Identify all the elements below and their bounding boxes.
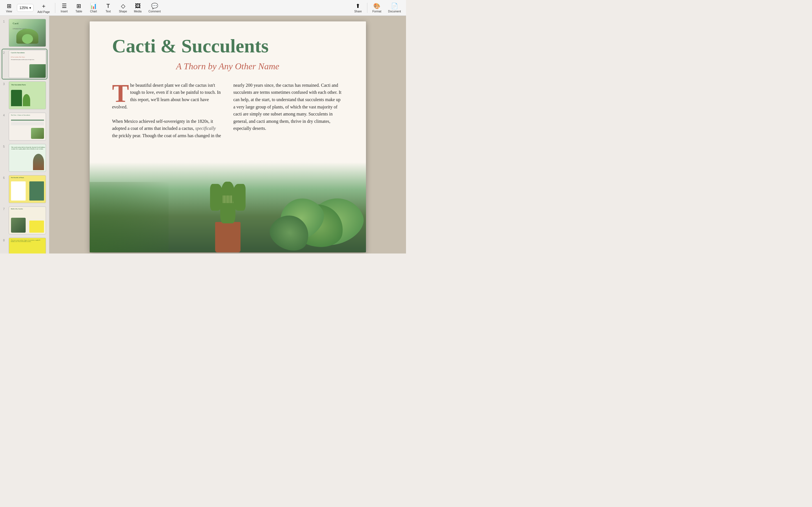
slide-preview-2: Cacti & Succulents A Thorn by Any Other … <box>9 50 46 78</box>
right-column: nearly 200 years since, the cactus has r… <box>234 82 343 139</box>
slide6-title: The Benefits of Plants <box>11 177 24 178</box>
cactus-pot <box>202 176 253 252</box>
toolbar-separator-2 <box>367 3 367 13</box>
text-button[interactable]: T Text <box>101 1 115 15</box>
slide8-text: There are a vast number of types of succ… <box>11 239 44 242</box>
shape-icon: ◇ <box>121 3 125 9</box>
slide-num-8: 8 <box>3 238 7 242</box>
page-subtitle: A Thorn by Any Other Name <box>112 61 343 71</box>
format-icon: 🎨 <box>373 3 380 9</box>
view-label: View <box>6 10 12 13</box>
drop-cap-letter: T <box>112 84 129 103</box>
toolbar-separator-1 <box>55 3 55 13</box>
succulent-right <box>248 168 366 252</box>
format-button[interactable]: 🎨 Format <box>370 1 384 15</box>
plant-background <box>90 162 366 252</box>
slide2-image <box>29 64 46 78</box>
shape-button[interactable]: ◇ Shape <box>116 1 130 15</box>
slide-thumb-8[interactable]: 8 There are a vast number of types of su… <box>2 237 47 253</box>
doc-content: Cacti & Succulents A Thorn by Any Other … <box>90 21 366 151</box>
slide1-title: Cacti <box>13 22 18 25</box>
chart-button[interactable]: 📊 Chart <box>87 1 100 15</box>
slide-preview-3: The Succulent Parts <box>9 81 46 109</box>
slide-thumb-2[interactable]: 2 Cacti & Succulents A Thorn by Any Othe… <box>2 49 47 79</box>
slide-preview-4: The Past + Future of Succulents <box>9 113 46 140</box>
slide-thumb-4[interactable]: 4 The Past + Future of Succulents <box>2 112 47 142</box>
text-label: Text <box>105 10 110 13</box>
slide-thumb-6[interactable]: 6 The Benefits of Plants <box>2 174 47 204</box>
slide-thumb-1[interactable]: 1 Cacti A Prickle-Free Lesson <box>2 18 47 48</box>
page-title: Cacti & Succulents <box>112 36 343 57</box>
slide-num-6: 6 <box>3 175 7 179</box>
slide2-sub: A Thorn by Any Other Name <box>11 56 25 58</box>
slide-num-5: 5 <box>3 144 7 148</box>
media-button[interactable]: 🖼 Media <box>131 1 145 15</box>
zoom-value: 125% <box>19 6 28 10</box>
italic-text: specifically <box>195 126 216 131</box>
document-label: Document <box>388 10 401 13</box>
share-icon: ⬆ <box>356 3 360 9</box>
sidebar: 1 Cacti A Prickle-Free Lesson 2 Cacti & … <box>0 16 49 253</box>
insert-label: Insert <box>61 10 68 13</box>
slide-num-2: 2 <box>3 50 7 54</box>
media-icon: 🖼 <box>135 3 141 9</box>
main-area: 1 Cacti A Prickle-Free Lesson 2 Cacti & … <box>0 16 406 253</box>
slide-thumb-3[interactable]: 3 The Succulent Parts <box>2 80 47 110</box>
insert-icon: ☰ <box>62 3 67 9</box>
document-background-image <box>90 162 366 252</box>
insert-button[interactable]: ☰ Insert <box>57 1 71 15</box>
slide-num-7: 7 <box>3 207 7 211</box>
table-label: Table <box>75 10 82 13</box>
slide-preview-7: Build a Dry Garden <box>9 207 46 234</box>
slide7-title: Build a Dry Garden <box>11 208 23 210</box>
add-page-icon: ＋ <box>41 2 47 10</box>
doc-body: The beautiful desert plant we call the c… <box>112 82 343 139</box>
chart-icon: 📊 <box>90 3 97 9</box>
slide-preview-5: The word cactus derives from the Ancient… <box>9 144 46 172</box>
canvas-area: Cacti & Succulents A Thorn by Any Other … <box>49 16 406 253</box>
media-label: Media <box>134 10 142 13</box>
chart-label: Chart <box>90 10 97 13</box>
slide4-title: The Past + Future of Succulents <box>11 114 30 116</box>
slide3-title: The Succulent Parts <box>11 84 26 86</box>
add-page-button[interactable]: ＋ Add Page <box>35 1 53 15</box>
share-button[interactable]: ⬆ Share <box>351 1 365 15</box>
shape-label: Shape <box>119 10 127 13</box>
zoom-chevron-icon: ▾ <box>29 6 31 10</box>
left-column: The beautiful desert plant we call the c… <box>112 82 222 139</box>
toolbar: ⊞ View 125% ▾ ＋ Add Page ☰ Insert ⊞ Tabl… <box>0 0 406 16</box>
slide-preview-1: Cacti A Prickle-Free Lesson <box>9 19 46 47</box>
slide5-title: The word cactus derives from the Ancient… <box>11 147 46 150</box>
comment-label: Comment <box>149 10 161 13</box>
comment-icon: 💬 <box>151 3 158 9</box>
format-label: Format <box>372 10 382 13</box>
comment-button[interactable]: 💬 Comment <box>146 1 163 15</box>
share-label: Share <box>354 10 362 13</box>
table-button[interactable]: ⊞ Table <box>72 1 86 15</box>
slide-num-4: 4 <box>3 113 7 117</box>
slide-num-1: 1 <box>3 19 7 23</box>
left-para3-text: the prickly pear. Though the coat of arm… <box>112 133 221 138</box>
view-icon: ⊞ <box>7 3 11 9</box>
add-page-label: Add Page <box>38 10 50 13</box>
document-page: Cacti & Succulents A Thorn by Any Other … <box>90 21 366 252</box>
zoom-control[interactable]: 125% ▾ <box>17 4 34 12</box>
slide2-title: Cacti & Succulents <box>11 52 25 54</box>
right-para-text: nearly 200 years since, the cactus has r… <box>234 83 342 131</box>
slide-preview-6: The Benefits of Plants <box>9 175 46 203</box>
slide-preview-8: There are a vast number of types of succ… <box>9 238 46 253</box>
left-foliage <box>90 182 168 252</box>
slide-thumb-5[interactable]: 5 The word cactus derives from the Ancie… <box>2 143 47 173</box>
slide-thumb-7[interactable]: 7 Build a Dry Garden <box>2 206 47 235</box>
slide-num-3: 3 <box>3 81 7 86</box>
slide2-text: The beautiful desert plant we call the c… <box>11 59 44 60</box>
document-icon: 📄 <box>391 3 398 9</box>
view-button[interactable]: ⊞ View <box>2 1 16 15</box>
document-button[interactable]: 📄 Document <box>385 1 404 15</box>
text-icon: T <box>107 3 110 9</box>
table-icon: ⊞ <box>77 3 81 9</box>
